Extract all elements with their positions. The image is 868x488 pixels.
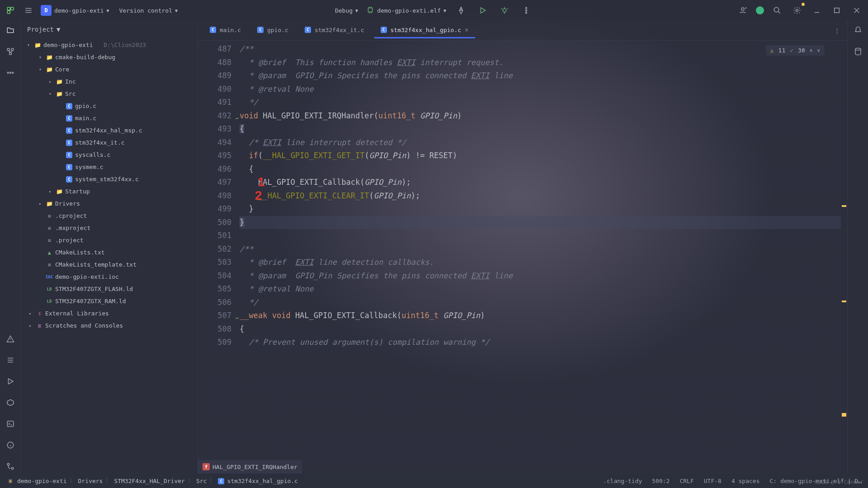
svg-rect-31 [9,52,11,55]
main-menu-icon[interactable] [22,4,35,17]
breadcrumb-item[interactable]: stm32f4xx_hal_gpio.c [227,478,298,484]
tree-item[interactable]: ▾📁Src [21,88,198,100]
close-button[interactable] [850,4,863,17]
tree-item[interactable]: ▸≣Scratches and Consoles [21,319,198,332]
minimize-button[interactable] [810,4,824,17]
breadcrumb-item[interactable]: STM32F4xx_HAL_Driver [114,478,185,484]
tree-item[interactable]: ≡CMakeLists_template.txt [21,258,198,271]
project-pane-title: Project [27,26,54,33]
tree-item[interactable]: ▾📁cmake-build-debug [21,51,198,63]
svg-marker-41 [7,399,14,406]
tabs-menu-icon[interactable]: ⋮ [831,24,843,37]
search-button[interactable] [770,4,784,17]
tree-item[interactable]: ▸📁Startup [21,185,198,197]
current-function-label: HAL_GPIO_EXTI_IRQHandler [212,464,297,470]
debug-label: Debug [335,7,353,14]
project-tree[interactable]: ▾📁demo-gpio-exti D:\Clion2023▾📁cmake-bui… [21,38,198,474]
error-stripe[interactable] [841,41,847,474]
project-tool-icon[interactable] [5,24,16,38]
breadcrumb-item[interactable]: demo-gpio-exti [17,478,67,484]
editor-tab[interactable]: Cgpio.c [251,23,295,38]
svg-point-35 [9,72,11,74]
svg-rect-2 [7,11,10,14]
vcs-tool-icon[interactable] [5,460,16,474]
inspections-widget[interactable]: ⚠ 11 ✓ 30 ∧ ∨ [766,45,825,56]
account-avatar[interactable] [756,6,764,14]
run-debug-selector[interactable]: Debug ▼ [335,7,358,14]
line-gutter[interactable]: 487488489490491↩492493494495496497498499… [198,41,240,474]
run-tool-icon[interactable] [5,375,16,389]
tree-item[interactable]: ▸⫴External Libraries [21,307,198,319]
settings-button[interactable] [790,4,804,17]
build-button[interactable] [454,4,468,17]
close-tab-icon[interactable]: × [465,26,468,33]
svg-rect-42 [7,421,14,427]
left-tool-rail [0,21,21,474]
svg-point-34 [7,72,9,74]
tree-item[interactable]: ▾📁Core [21,63,198,75]
annotation-overlay: 2 [255,189,262,202]
caret-position[interactable]: 500:2 [652,478,670,484]
run-button[interactable] [476,4,490,17]
debug-button[interactable] [498,4,511,17]
tree-item[interactable]: ▸📁Inc [21,75,198,88]
navigation-breadcrumbs[interactable]: ▣ demo-gpio-exti〉Drivers〉STM32F4xx_HAL_D… [6,477,298,485]
more-tool-icon[interactable] [5,67,16,80]
tree-item[interactable]: ▸📁Drivers [21,197,198,210]
project-pane: Project ▼ ▾📁demo-gpio-exti D:\Clion2023▾… [21,21,198,474]
breadcrumb-item[interactable]: Src [196,478,207,484]
run-configuration-selector[interactable]: demo-gpio-exti.elf ▼ [366,6,446,15]
version-control-menu[interactable]: Version control ▼ [119,7,178,14]
tree-item[interactable]: Cstm32f4xx_hal_msp.c [21,124,198,136]
function-breadcrumb[interactable]: f HAL_GPIO_EXTI_IRQHandler [198,460,302,474]
services-tool-icon[interactable] [5,397,16,410]
breadcrumb-item[interactable]: Drivers [78,478,103,484]
tree-item[interactable]: ≡.cproject [21,210,198,222]
maximize-button[interactable] [830,4,844,17]
tree-item[interactable]: Cstm32f4xx_it.c [21,136,198,149]
svg-point-46 [7,463,9,465]
tree-item[interactable]: LDSTM32F407ZGTX_FLASH.ld [21,283,198,295]
chevron-up-icon[interactable]: ∧ [810,47,813,53]
editor-tab[interactable]: Cstm32f4xx_it.c [298,23,371,38]
terminal-tool-icon[interactable] [5,418,16,431]
svg-point-19 [741,8,744,10]
tree-item[interactable]: ▲CMakeLists.txt [21,246,198,258]
project-pane-header[interactable]: Project ▼ [21,21,198,38]
tree-item[interactable]: IOCdemo-gpio-exti.ioc [21,271,198,283]
tree-root[interactable]: ▾📁demo-gpio-exti D:\Clion2023 [21,39,198,51]
database-icon[interactable] [852,46,864,59]
svg-point-22 [774,7,779,12]
clang-tidy-label[interactable]: .clang-tidy [603,478,642,484]
tree-item[interactable]: Cgpio.c [21,100,198,112]
notifications-icon[interactable] [852,24,864,38]
project-selector[interactable]: D demo-gpio-exti ▼ [41,5,109,16]
tree-item[interactable]: Csystem_stm32f4xx.c [21,173,198,185]
svg-point-18 [526,12,527,14]
chevron-down-icon[interactable]: ∨ [817,47,820,53]
tree-item[interactable]: Cmain.c [21,112,198,124]
line-ending[interactable]: CRLF [679,478,693,484]
info-tool-icon[interactable] [5,439,16,452]
todo-tool-icon[interactable] [5,354,16,367]
tree-item[interactable]: ≡.project [21,234,198,246]
problems-tool-icon[interactable] [5,333,16,346]
indent-setting[interactable]: 4 spaces [731,478,760,484]
encoding[interactable]: UTF-8 [704,478,722,484]
more-actions-button[interactable] [519,4,533,17]
chevron-down-icon: ▼ [355,8,358,13]
svg-rect-26 [835,8,840,13]
code-editor[interactable]: /** * @brief This function handles EXTI … [240,41,841,474]
tree-item[interactable]: LDSTM32F407ZGTX_RAM.ld [21,295,198,307]
structure-tool-icon[interactable] [5,46,16,59]
code-with-me-icon[interactable] [736,4,750,17]
status-bar: ▣ demo-gpio-exti〉Drivers〉STM32F4xx_HAL_D… [0,474,868,488]
editor-tab[interactable]: Cmain.c [203,23,247,38]
editor-tab[interactable]: Cstm32f4xx_hal_gpio.c× [374,23,475,38]
svg-rect-30 [11,48,14,51]
tree-item[interactable]: Csysmem.c [21,161,198,173]
watermark: CSDN @ O'Connor [815,479,863,485]
svg-point-36 [12,72,13,74]
tree-item[interactable]: Csyscalls.c [21,149,198,161]
tree-item[interactable]: ≡.mxproject [21,222,198,234]
